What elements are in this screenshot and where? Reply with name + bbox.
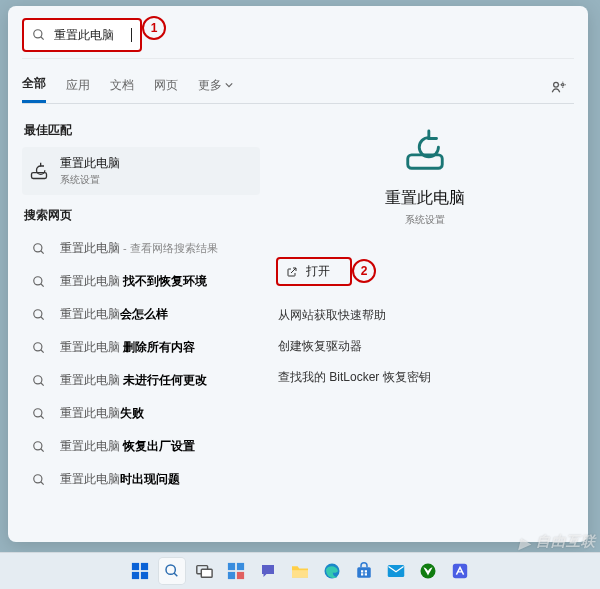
reset-pc-icon — [28, 161, 50, 181]
tab-more-label: 更多 — [198, 77, 222, 94]
svg-rect-45 — [388, 565, 405, 577]
taskbar — [0, 552, 600, 589]
web-result[interactable]: 重置此电脑 - 查看网络搜索结果 — [22, 232, 260, 265]
taskbar-edge[interactable] — [319, 558, 345, 584]
taskbar-mail[interactable] — [383, 558, 409, 584]
svg-line-10 — [41, 250, 44, 253]
taskbar-start[interactable] — [127, 558, 153, 584]
svg-line-1 — [41, 37, 44, 40]
search-input[interactable] — [52, 27, 133, 43]
taskbar-app[interactable] — [447, 558, 473, 584]
reset-pc-large-icon — [402, 128, 448, 178]
taskbar-explorer[interactable] — [287, 558, 313, 584]
search-box[interactable]: 1 — [22, 18, 142, 52]
web-result[interactable]: 重置此电脑 恢复出厂设置 — [22, 430, 260, 463]
annotation-badge-2: 2 — [352, 259, 376, 283]
search-icon — [28, 440, 50, 454]
tab-web[interactable]: 网页 — [154, 77, 178, 102]
svg-line-22 — [41, 448, 44, 451]
action-create-recovery-drive[interactable]: 创建恢复驱动器 — [276, 331, 574, 362]
section-web: 搜索网页 — [24, 207, 260, 224]
svg-rect-36 — [228, 572, 235, 579]
search-row: 1 — [22, 18, 574, 59]
detail-pane: 重置此电脑 系统设置 打开 2 从网站获取快速帮助 创建恢复驱动器 查找我的 B… — [276, 118, 574, 496]
svg-rect-42 — [365, 570, 367, 572]
tab-more[interactable]: 更多 — [198, 77, 233, 102]
detail-title: 重置此电脑 — [385, 188, 465, 209]
action-find-bitlocker-key[interactable]: 查找我的 BitLocker 恢复密钥 — [276, 362, 574, 393]
svg-line-20 — [41, 415, 44, 418]
open-button[interactable]: 打开 2 — [276, 257, 352, 286]
search-icon — [28, 407, 50, 421]
taskbar-search[interactable] — [159, 558, 185, 584]
svg-point-21 — [34, 441, 42, 449]
best-match-subtitle: 系统设置 — [60, 173, 120, 187]
search-icon — [32, 28, 46, 42]
search-icon — [28, 341, 50, 355]
taskbar-chat[interactable] — [255, 558, 281, 584]
svg-line-31 — [174, 573, 177, 576]
svg-rect-27 — [141, 563, 148, 570]
svg-point-3 — [562, 84, 564, 86]
web-result[interactable]: 重置此电脑 删除所有内容 — [22, 331, 260, 364]
web-result[interactable]: 重置此电脑失败 — [22, 397, 260, 430]
results-column: 最佳匹配 重置此电脑 系统设置 搜索网页 重置此电脑 - 查看网络搜索结果 — [22, 118, 260, 496]
best-match-result[interactable]: 重置此电脑 系统设置 — [22, 147, 260, 195]
taskbar-taskview[interactable] — [191, 558, 217, 584]
detail-actions: 打开 2 从网站获取快速帮助 创建恢复驱动器 查找我的 BitLocker 恢复… — [276, 257, 574, 393]
svg-rect-40 — [357, 567, 371, 578]
svg-point-23 — [34, 474, 42, 482]
svg-point-13 — [34, 309, 42, 317]
svg-point-9 — [34, 243, 42, 251]
web-result[interactable]: 重置此电脑 找不到恢复环境 — [22, 265, 260, 298]
tab-all[interactable]: 全部 — [22, 75, 46, 103]
svg-rect-35 — [237, 563, 244, 570]
action-quick-help[interactable]: 从网站获取快速帮助 — [276, 300, 574, 331]
svg-point-0 — [34, 30, 42, 38]
svg-rect-28 — [132, 572, 139, 579]
svg-line-24 — [41, 481, 44, 484]
chevron-down-icon — [225, 81, 233, 89]
web-result[interactable]: 重置此电脑 未进行任何更改 — [22, 364, 260, 397]
web-results-list: 重置此电脑 - 查看网络搜索结果 重置此电脑 找不到恢复环境 重置此电脑会怎么样… — [22, 232, 260, 496]
svg-rect-26 — [132, 563, 139, 570]
web-result[interactable]: 重置此电脑会怎么样 — [22, 298, 260, 331]
section-best-match: 最佳匹配 — [24, 122, 260, 139]
svg-rect-44 — [365, 573, 367, 575]
svg-rect-38 — [292, 570, 308, 577]
divider — [22, 103, 574, 104]
filter-tabs: 全部 应用 文档 网页 更多 — [22, 75, 574, 103]
open-label: 打开 — [306, 263, 330, 280]
svg-line-16 — [41, 349, 44, 352]
svg-point-11 — [34, 276, 42, 284]
svg-point-30 — [166, 565, 175, 574]
svg-point-2 — [554, 82, 559, 87]
svg-rect-43 — [361, 573, 363, 575]
text-caret — [131, 28, 132, 42]
open-external-icon — [286, 266, 298, 278]
watermark: ▶ 自由互联 — [519, 533, 596, 551]
svg-rect-33 — [201, 569, 212, 577]
svg-rect-41 — [361, 570, 363, 572]
best-match-title: 重置此电脑 — [60, 155, 120, 172]
svg-point-15 — [34, 342, 42, 350]
detail-subtitle: 系统设置 — [405, 213, 445, 227]
svg-rect-34 — [228, 563, 235, 570]
content-area: 最佳匹配 重置此电脑 系统设置 搜索网页 重置此电脑 - 查看网络搜索结果 — [22, 118, 574, 496]
tab-documents[interactable]: 文档 — [110, 77, 134, 102]
sign-in-icon[interactable] — [550, 78, 574, 100]
svg-rect-29 — [141, 572, 148, 579]
tab-apps[interactable]: 应用 — [66, 77, 90, 102]
taskbar-widgets[interactable] — [223, 558, 249, 584]
web-result[interactable]: 重置此电脑时出现问题 — [22, 463, 260, 496]
search-panel: 1 全部 应用 文档 网页 更多 最佳匹配 重置此电脑 系统设置 — [8, 6, 588, 542]
search-icon — [28, 308, 50, 322]
taskbar-xbox[interactable] — [415, 558, 441, 584]
taskbar-store[interactable] — [351, 558, 377, 584]
svg-line-12 — [41, 283, 44, 286]
svg-point-17 — [34, 375, 42, 383]
search-icon — [28, 473, 50, 487]
svg-line-18 — [41, 382, 44, 385]
search-icon — [28, 374, 50, 388]
search-icon — [28, 275, 50, 289]
